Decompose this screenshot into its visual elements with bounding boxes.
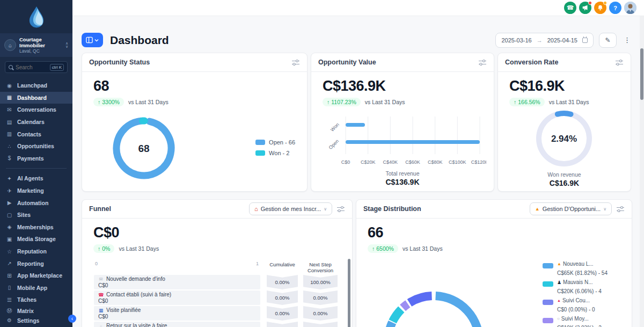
funnel-stage-row[interactable]: ●Retour sur la visite à faire C$0 xyxy=(94,322,260,327)
opportunity-value-card: Opportunity Value C$136.9K ↑1107.23% vs … xyxy=(311,53,494,192)
user-avatar[interactable] xyxy=(624,2,636,14)
footer-value: C$16.9K xyxy=(498,179,631,187)
kpi-value: C$136.9K xyxy=(323,78,482,95)
date-from-value[interactable]: 2025-03-16 xyxy=(501,37,531,43)
legend-swatch xyxy=(255,140,265,145)
sidebar-item-label: Contacts xyxy=(17,131,41,137)
notifications-button[interactable] xyxy=(594,2,606,14)
card-scrollbar[interactable] xyxy=(348,259,350,327)
dashboard-switcher-button[interactable] xyxy=(82,33,103,47)
chart-legend: ▲Nouveau L... C$65K (81.82%) - 54 ♟Mauva… xyxy=(543,261,624,327)
sidebar-collapse-button[interactable]: ‹ xyxy=(68,315,76,323)
settings-sliders-icon[interactable] xyxy=(615,59,624,66)
legend-item[interactable]: ♟Mauvais N... C$20K (6.06%) - 4 xyxy=(543,279,624,295)
date-range-picker[interactable]: 2025-03-16 → 2025-04-15 xyxy=(495,33,594,48)
phone-icon: ☎ xyxy=(98,292,104,298)
sidebar-item-dashboard[interactable]: ▦Dashboard xyxy=(0,92,72,104)
sidebar-item-mobile-app[interactable]: ▯Mobile App xyxy=(0,282,72,294)
pipeline-select[interactable]: ⌂ Gestion de mes Inscr... ∨ xyxy=(249,202,332,215)
sidebar-item-automation[interactable]: ▶Automation xyxy=(0,197,72,209)
sidebar-item-reputation[interactable]: ☆Reputation xyxy=(0,245,72,258)
sidebar-item-opportunities[interactable]: ∴Opportunities xyxy=(0,140,72,152)
date-to-value[interactable]: 2025-04-15 xyxy=(547,37,577,43)
svg-text:C$20K: C$20K xyxy=(361,159,376,165)
card-title: Opportunity Status xyxy=(89,59,150,66)
card-title: Stage Distribution xyxy=(363,205,421,213)
workspace-avatar: ⌂ xyxy=(4,39,16,51)
legend-item[interactable]: ▲Nouveau L... C$65K (81.82%) - 54 xyxy=(543,261,624,277)
edit-dashboard-button[interactable]: ✎ xyxy=(599,33,617,48)
main-area: ☎ ? Dashboard 2025-03-16 → 2025-04-15 xyxy=(72,0,644,327)
sidebar-item-app-marketplace[interactable]: ⊞App Marketplace xyxy=(0,270,72,282)
opportunities-icon: ∴ xyxy=(6,143,13,149)
dashboard-icon: ▦ xyxy=(6,95,13,100)
sidebar-item-contacts[interactable]: ▥Contacts xyxy=(0,128,72,140)
legend-item[interactable]: Won - 2 xyxy=(255,150,295,156)
sidebar-item-taches[interactable]: ☰Tâches xyxy=(0,294,72,306)
sidebar-item-sites[interactable]: ▢Sites xyxy=(0,209,72,221)
phone-button[interactable]: ☎ xyxy=(564,2,576,14)
sidebar-item-payments[interactable]: $Payments xyxy=(0,152,72,165)
page-scrollbar[interactable] xyxy=(640,16,644,327)
funnel-stage-row[interactable]: ▦Visite planifiée C$0 xyxy=(94,306,260,321)
sidebar-item-label: Launchpad xyxy=(17,82,47,89)
circle-icon: ● xyxy=(98,323,104,327)
bar-won[interactable] xyxy=(346,123,365,127)
sidebar-item-settings[interactable]: ⚙Settings xyxy=(0,316,72,325)
footer-label: Won revenue xyxy=(498,171,631,178)
sidebar-item-reporting[interactable]: ↗Reporting xyxy=(0,257,72,270)
cumulative-column: 0.00% 0.00% 0.00% 0.00% xyxy=(267,275,298,327)
help-button[interactable]: ? xyxy=(609,2,621,14)
axis-min-label: 0 xyxy=(95,261,98,266)
sidebar-item-memberships[interactable]: ◈Memberships xyxy=(0,221,72,234)
svg-text:C$80K: C$80K xyxy=(428,159,443,165)
kpi-value: 68 xyxy=(93,78,296,95)
funnel-stage-row[interactable]: ✉Nouvelle demande d'info C$0 xyxy=(94,275,260,289)
sidebar-item-label: Tâches xyxy=(17,296,36,303)
more-options-button[interactable]: ⋮ xyxy=(622,36,632,44)
app-logo xyxy=(0,0,72,33)
status-donut-chart[interactable]: 68 xyxy=(112,117,175,180)
sidebar-item-matrix[interactable]: ⓂMatrix xyxy=(0,306,72,316)
sidebar-item-label: Reputation xyxy=(17,248,47,255)
sidebar-divider xyxy=(6,168,67,169)
funnel-stage-row[interactable]: ☎Contact établi (suivi à faire) C$0 xyxy=(94,290,260,305)
layout-grid-icon xyxy=(86,37,93,43)
search-input[interactable] xyxy=(16,64,47,70)
settings-sliders-icon[interactable] xyxy=(478,59,487,66)
sidebar-item-media-storage[interactable]: ▣Media Storage xyxy=(0,233,72,245)
search-shortcut-badge: ctrl K xyxy=(50,64,64,71)
kpi-value: C$16.9K xyxy=(509,78,619,95)
svg-text:C$60K: C$60K xyxy=(405,159,420,165)
bar-open[interactable] xyxy=(346,140,480,144)
cumulative-value: 0.00% xyxy=(267,275,298,289)
sidebar-item-launchpad[interactable]: ◉Launchpad xyxy=(0,79,72,92)
sidebar-item-calendars[interactable]: ▤Calendars xyxy=(0,116,72,128)
up-arrow-icon: ↑ xyxy=(98,245,100,252)
settings-sliders-icon[interactable] xyxy=(291,59,300,66)
pipeline-select[interactable]: ▲ Gestion D'Opportuni... ∨ xyxy=(530,202,612,215)
legend-item[interactable]: Open - 66 xyxy=(255,139,295,146)
app-marketplace-icon: ⊞ xyxy=(6,273,13,279)
svg-text:Open: Open xyxy=(328,139,340,151)
funnel-card: Funnel ⌂ Gestion de mes Inscr... ∨ C$0 ↑… xyxy=(82,199,353,327)
settings-sliders-icon[interactable] xyxy=(616,206,625,213)
settings-gear-icon: ⚙ xyxy=(6,317,13,323)
announcements-button[interactable] xyxy=(579,2,591,14)
sidebar-search[interactable]: ctrl K xyxy=(5,61,68,73)
kebab-icon: ⋮ xyxy=(624,36,631,44)
sidebar-item-marketing[interactable]: ✈Marketing xyxy=(0,185,72,197)
change-badge: ↑1107.23% xyxy=(323,98,361,106)
workspace-switcher[interactable]: ⌂ Courtage Immobilier Laval, QC ∧∨ xyxy=(0,33,72,57)
sidebar-item-ai-agents[interactable]: ✦AI Agents xyxy=(0,172,72,185)
stage-donut-chart[interactable]: 66 xyxy=(364,280,514,327)
sidebar-item-conversations[interactable]: ✉Conversations xyxy=(0,104,72,116)
settings-sliders-icon[interactable] xyxy=(336,206,345,213)
scrollbar-thumb[interactable] xyxy=(640,48,643,100)
legend-item[interactable]: ○Suivi Moy... C$10K (3.03%) - 2 xyxy=(543,316,624,327)
legend-item[interactable]: ▲Suivi Cou... C$0 (0.00%) - 0 xyxy=(543,297,624,314)
tasks-icon: ☰ xyxy=(6,297,13,303)
conversion-gauge-chart[interactable]: 2.94% xyxy=(535,109,594,168)
sidebar-item-label: Automation xyxy=(17,200,48,206)
value-bar-chart[interactable]: Won Open C$0 C$20K C$40K C$60K C$80K C$1… xyxy=(320,115,486,169)
